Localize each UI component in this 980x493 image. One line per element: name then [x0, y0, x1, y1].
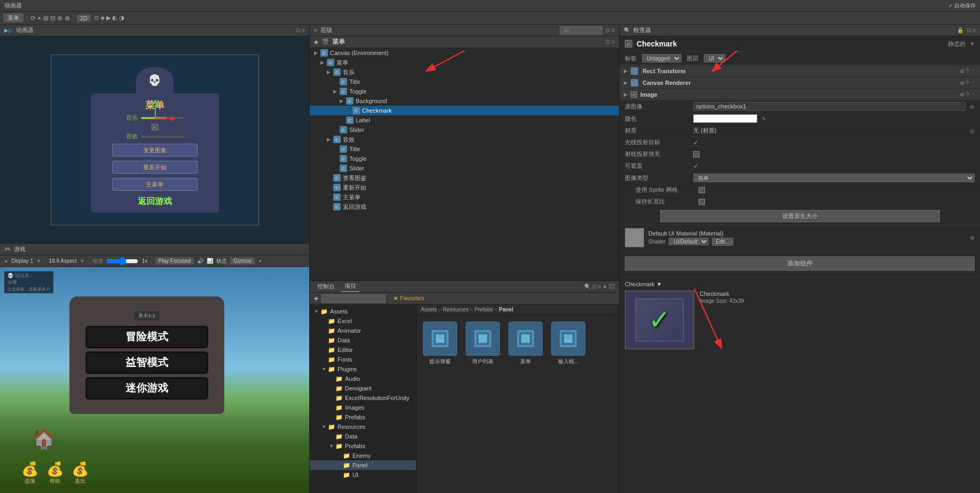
folder-data[interactable]: 📁 Data	[310, 335, 416, 345]
image-checkbox[interactable]: ✓	[631, 91, 637, 98]
color-edit-icon[interactable]: ✎	[762, 116, 766, 122]
sprite-mesh-checkbox[interactable]	[699, 187, 705, 193]
tree-item-returngame[interactable]: C 返回游戏	[310, 202, 619, 212]
folder-images[interactable]: 📁 Images	[310, 403, 416, 412]
project-search[interactable]	[322, 294, 386, 303]
hierarchy-search[interactable]	[560, 26, 602, 35]
bc-resources[interactable]: Resources	[443, 307, 468, 312]
tree-item-mainmenu[interactable]: C 主菜单	[310, 192, 619, 202]
folder-data2[interactable]: 📁 Data	[310, 432, 416, 441]
tag-select[interactable]: Untagged	[642, 54, 681, 62]
btn1[interactable]: 变更图集	[112, 144, 198, 156]
raycast-fill-checkbox[interactable]	[693, 151, 700, 158]
mode3-btn[interactable]: 迷你游戏	[85, 377, 208, 400]
tree-item-label[interactable]: C Label	[310, 115, 619, 125]
stats-icon[interactable]: 📊	[207, 258, 213, 264]
scale-slider[interactable]	[106, 258, 138, 264]
add-component-btn[interactable]: 添加组件	[625, 256, 975, 271]
volume-icon[interactable]: 🔊	[197, 258, 203, 264]
menu-label[interactable]: 菜单	[3, 13, 23, 22]
project-tab[interactable]: 项目	[341, 281, 359, 292]
tree-item-checkmark[interactable]: C Checkmark	[310, 106, 619, 115]
material-pick[interactable]: ◎	[970, 128, 975, 134]
tree-item-gallery[interactable]: C 查看图鉴	[310, 173, 619, 183]
folder-editor[interactable]: 📁 Editor	[310, 345, 416, 355]
tree-item-music[interactable]: ▶ C 音乐	[310, 67, 619, 77]
add-project-btn[interactable]: +	[314, 294, 318, 303]
folder-prefabs2[interactable]: ▼ 📁 Prefabs	[310, 441, 416, 451]
color-preview[interactable]	[693, 114, 757, 123]
btn2[interactable]: 重新开始	[112, 161, 198, 174]
separator1: |	[44, 258, 46, 264]
tree-item-sfx[interactable]: ▶ C 音效	[310, 135, 619, 144]
static-arrow[interactable]: ▼	[970, 41, 975, 46]
folder-assets[interactable]: ▼ 📁 Assets	[310, 307, 416, 316]
tree-item-toggle1[interactable]: ▶ C Toggle	[310, 87, 619, 96]
folder-fonts[interactable]: 📁 Fonts	[310, 355, 416, 364]
title2-label: Title	[349, 146, 360, 152]
layer-select[interactable]: UI	[704, 54, 725, 62]
set-native-btn[interactable]: 设置原生大小	[660, 210, 940, 222]
bc-arrow1: ›	[439, 307, 441, 312]
asset-input[interactable]: 输入框...	[551, 322, 585, 365]
folder-panel[interactable]: 📁 Panel	[310, 460, 416, 470]
tree-item-background[interactable]: ▶ C Background	[310, 96, 619, 106]
bc-prefabs[interactable]: Prefabs	[475, 307, 493, 312]
image-type-label: 图像类型	[625, 174, 689, 182]
tree-item-canvas[interactable]: ▶ C Canvas (Environment)	[310, 48, 619, 58]
tree-item-toggle2[interactable]: C Toggle	[310, 154, 619, 163]
tree-item-menu[interactable]: ▶ C 菜单	[310, 58, 619, 67]
display-label[interactable]: Display 1	[11, 258, 33, 264]
folder-demigiant[interactable]: 📁 Demigiant	[310, 384, 416, 393]
add-btn[interactable]: +	[314, 38, 318, 46]
inspector-lock[interactable]: 🔒	[957, 27, 963, 33]
bc-arrow3: ›	[495, 307, 497, 312]
tree-item-restart[interactable]: C 重新开始	[310, 183, 619, 192]
hierarchy-content: ▶ C Canvas (Environment) ▶ C 菜单 ▶ C 音乐	[310, 48, 619, 280]
source-image-pick[interactable]: ◎	[970, 104, 975, 109]
component-name-row: ✓ Checkmark 静态的 ▼	[620, 36, 980, 52]
folder-ui[interactable]: 📁 UI	[310, 470, 416, 480]
asset-menu[interactable]: 菜单	[508, 322, 543, 365]
return-btn[interactable]: 返回游戏	[138, 196, 172, 207]
console-tab[interactable]: 控制台	[314, 281, 338, 292]
tree-item-title1[interactable]: C Title	[310, 77, 619, 87]
folder-enemy[interactable]: 📁 Enemy	[310, 451, 416, 460]
checkmark-section-label[interactable]: Checkmark ▼	[625, 281, 975, 287]
play-focused[interactable]: Play Focused	[155, 257, 194, 264]
aspect-label[interactable]: 16:9 Aspect	[49, 258, 77, 264]
rect-transform-header[interactable]: ▶ Rect Transform ⚙ ? ⋮	[620, 65, 980, 77]
asset-tipwindow[interactable]: 提示弹窗	[423, 322, 457, 365]
component-checkbox[interactable]: ✓	[625, 40, 632, 48]
shader-select[interactable]: UI/Default	[669, 238, 709, 245]
sfx-slider[interactable]	[141, 136, 184, 138]
toolbar-2d[interactable]: 2D	[77, 14, 91, 22]
favorites-label[interactable]: ★ Favorites	[393, 295, 424, 302]
tree-item-slider2[interactable]: C Slider	[310, 163, 619, 173]
gizmos-btn[interactable]: Gizmos	[230, 257, 255, 264]
folder-audio[interactable]: 📁 Audio	[310, 374, 416, 384]
folder-excel-res[interactable]: 📁 ExcelResolutionForUnity	[310, 393, 416, 403]
image-type-select[interactable]: 简单	[693, 174, 975, 182]
tree-item-slider1[interactable]: C Slider	[310, 125, 619, 135]
volume-slider[interactable]	[141, 117, 184, 119]
image-header[interactable]: ▶ ✓ Image ⚙ ? ⋮	[620, 89, 980, 100]
mode2-btn[interactable]: 益智模式	[85, 351, 208, 374]
folder-animator[interactable]: 📁 Animator	[310, 326, 416, 335]
tree-item-title2[interactable]: C Title	[310, 144, 619, 154]
folder-excel[interactable]: 📁 Excel	[310, 316, 416, 326]
btn3[interactable]: 主菜单	[112, 178, 198, 191]
more-icon[interactable]: ⋮	[299, 246, 305, 253]
bc-panel[interactable]: Panel	[499, 307, 513, 312]
canvas-renderer-header[interactable]: ▶ Canvas Renderer ⚙ ? ⋮	[620, 77, 980, 89]
material-gear[interactable]: ⚙	[970, 235, 975, 241]
asset-userlist[interactable]: 用户列表	[466, 322, 500, 365]
folder-resources[interactable]: ▼ 📁 Resources	[310, 422, 416, 432]
bc-assets[interactable]: Assets	[421, 307, 437, 312]
folder-plugins[interactable]: ▼ 📁 Plugins	[310, 364, 416, 374]
mode1-btn[interactable]: 冒险模式	[85, 326, 208, 348]
folder-prefabs-p[interactable]: 📁 Prefabs	[310, 412, 416, 422]
edit-btn[interactable]: Edit...	[712, 238, 733, 246]
preserve-aspect-checkbox[interactable]	[699, 199, 705, 205]
separator2: |	[88, 258, 90, 264]
